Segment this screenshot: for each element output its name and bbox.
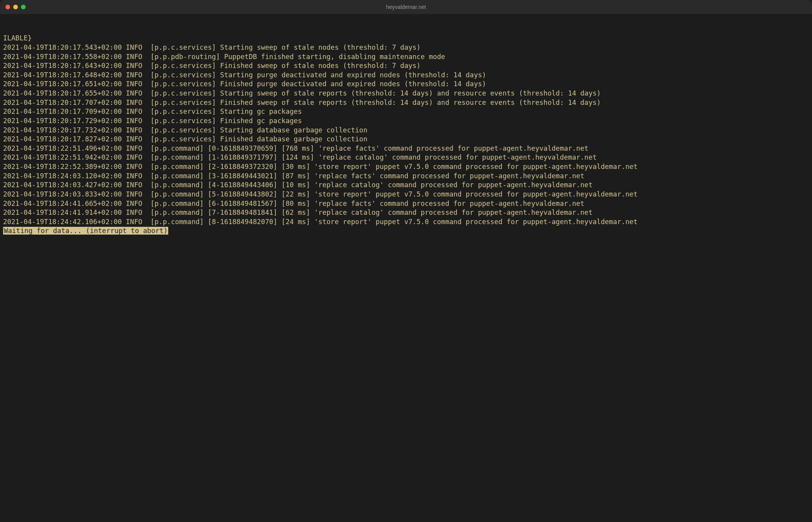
log-line: 2021-04-19T18:20:17.732+02:00 INFO [p.p.… xyxy=(3,126,809,135)
titlebar: heyvaldemar.net xyxy=(0,0,812,14)
log-line: 2021-04-19T18:24:41.665+02:00 INFO [p.p.… xyxy=(3,199,809,209)
log-line-fragment: ILABLE} xyxy=(3,34,809,43)
log-line: 2021-04-19T18:20:17.543+02:00 INFO [p.p.… xyxy=(3,43,809,52)
traffic-lights xyxy=(5,5,26,9)
log-line: 2021-04-19T18:20:17.827+02:00 INFO [p.p.… xyxy=(3,135,809,144)
maximize-icon[interactable] xyxy=(21,5,26,9)
terminal-window: heyvaldemar.net ILABLE}2021-04-19T18:20:… xyxy=(0,0,812,522)
log-line: 2021-04-19T18:20:17.648+02:00 INFO [p.p.… xyxy=(3,71,809,80)
log-line: 2021-04-19T18:20:17.558+02:00 INFO [p.p.… xyxy=(3,52,809,62)
log-line: 2021-04-19T18:24:03.120+02:00 INFO [p.p.… xyxy=(3,172,809,181)
log-line: 2021-04-19T18:24:41.914+02:00 INFO [p.p.… xyxy=(3,208,809,218)
log-line: 2021-04-19T18:20:17.651+02:00 INFO [p.p.… xyxy=(3,80,809,89)
log-line: 2021-04-19T18:20:17.707+02:00 INFO [p.p.… xyxy=(3,98,809,108)
terminal-body[interactable]: ILABLE}2021-04-19T18:20:17.543+02:00 INF… xyxy=(0,14,812,522)
log-line: 2021-04-19T18:22:51.942+02:00 INFO [p.p.… xyxy=(3,153,809,162)
log-line: 2021-04-19T18:20:17.729+02:00 INFO [p.p.… xyxy=(3,117,809,126)
status-line: Waiting for data... (interrupt to abort) xyxy=(3,227,168,235)
log-line: 2021-04-19T18:24:42.106+02:00 INFO [p.p.… xyxy=(3,218,809,227)
window-title: heyvaldemar.net xyxy=(5,3,807,11)
log-line: 2021-04-19T18:24:03.427+02:00 INFO [p.p.… xyxy=(3,181,809,190)
log-line: 2021-04-19T18:24:03.833+02:00 INFO [p.p.… xyxy=(3,190,809,199)
close-icon[interactable] xyxy=(5,5,10,9)
log-line: 2021-04-19T18:20:17.709+02:00 INFO [p.p.… xyxy=(3,107,809,117)
log-line: 2021-04-19T18:20:17.655+02:00 INFO [p.p.… xyxy=(3,89,809,98)
minimize-icon[interactable] xyxy=(13,5,18,9)
log-line: 2021-04-19T18:22:51.496+02:00 INFO [p.p.… xyxy=(3,144,809,153)
log-line: 2021-04-19T18:20:17.643+02:00 INFO [p.p.… xyxy=(3,61,809,71)
log-line: 2021-04-19T18:22:52.389+02:00 INFO [p.p.… xyxy=(3,162,809,172)
